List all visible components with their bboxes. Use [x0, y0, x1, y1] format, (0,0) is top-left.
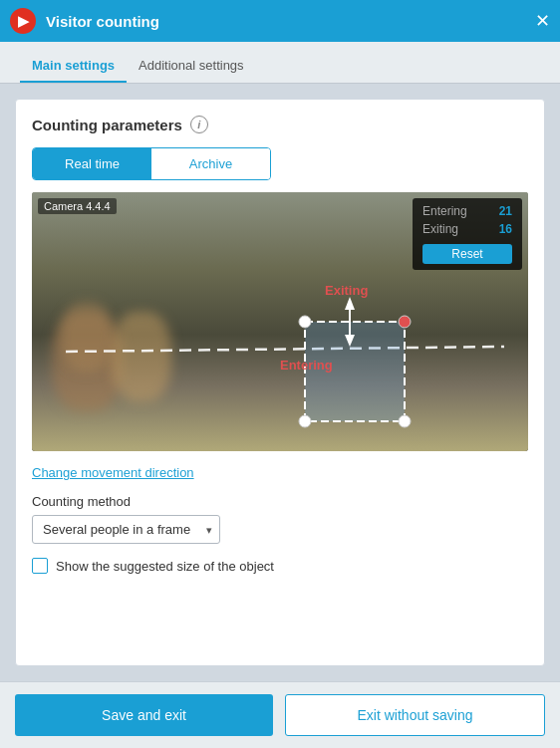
svg-point-2	[299, 316, 311, 328]
footer-bar: Save and exit Exit without saving	[0, 681, 560, 748]
info-icon[interactable]: i	[190, 116, 208, 133]
svg-text:Exiting: Exiting	[325, 283, 368, 298]
tab-additional-settings[interactable]: Additional settings	[127, 50, 256, 83]
counting-method-label: Counting method	[32, 494, 528, 509]
real-time-button[interactable]: Real time	[33, 148, 151, 179]
svg-point-4	[299, 415, 311, 427]
camera-label: Camera 4.4.4	[38, 198, 117, 214]
reset-button[interactable]: Reset	[422, 244, 512, 264]
entering-value: 21	[499, 204, 512, 218]
close-button[interactable]: ✕	[535, 12, 550, 30]
card-header: Counting parameters i	[32, 116, 528, 133]
checkbox-row: Show the suggested size of the object	[32, 558, 528, 574]
svg-point-5	[399, 415, 411, 427]
checkbox-label: Show the suggested size of the object	[56, 559, 274, 574]
svg-point-3	[399, 316, 411, 328]
archive-button[interactable]: Archive	[151, 148, 270, 179]
exiting-value: 16	[499, 222, 512, 236]
save-exit-button[interactable]: Save and exit	[15, 694, 273, 736]
svg-line-0	[66, 347, 504, 352]
counting-parameters-card: Counting parameters i Real time Archive	[15, 99, 545, 666]
change-movement-link[interactable]: Change movement direction	[32, 465, 194, 480]
entering-label: Entering	[422, 204, 467, 218]
camera-view: Exiting Entering Camera 4.4.4 Entering 2…	[32, 192, 528, 451]
show-size-checkbox[interactable]	[32, 558, 48, 574]
tab-main-settings[interactable]: Main settings	[20, 50, 127, 83]
titlebar: ▶ Visitor counting ✕	[0, 0, 560, 42]
main-content: Counting parameters i Real time Archive	[0, 84, 560, 681]
exiting-row: Exiting 16	[422, 222, 512, 236]
stats-overlay: Entering 21 Exiting 16 Reset	[413, 198, 522, 270]
tabbar: Main settings Additional settings	[0, 42, 560, 84]
counting-method-select[interactable]: Several people in a frame Single person …	[32, 515, 220, 544]
svg-text:Entering: Entering	[280, 358, 333, 373]
svg-marker-7	[345, 297, 355, 310]
window-title: Visitor counting	[46, 13, 535, 30]
entering-row: Entering 21	[422, 204, 512, 218]
app-icon: ▶	[10, 8, 36, 34]
counting-method-select-wrapper: Several people in a frame Single person …	[32, 515, 220, 544]
exit-no-save-button[interactable]: Exit without saving	[285, 694, 545, 736]
exiting-label: Exiting	[422, 222, 458, 236]
mode-toggle-group: Real time Archive	[32, 147, 271, 180]
card-title: Counting parameters	[32, 117, 182, 133]
